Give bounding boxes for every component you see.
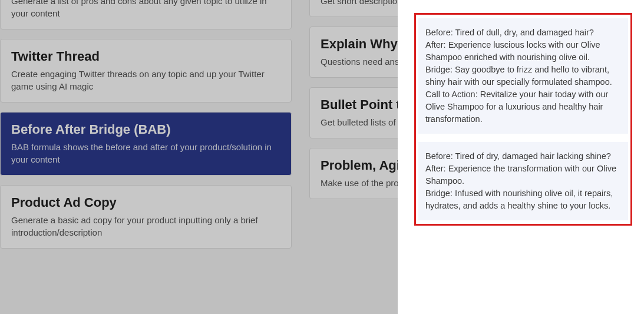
card-desc: BAB formula shows the before and after o… <box>11 141 280 166</box>
template-card-pros-cons[interactable]: Generate a list of pros and cons about a… <box>0 0 292 29</box>
results-panel: Before: Tired of dull, dry, and damaged … <box>398 0 644 314</box>
result-block[interactable]: Before: Tired of dry, damaged hair lacki… <box>418 142 628 220</box>
result-text: Before: Tired of dry, damaged hair lacki… <box>425 150 621 212</box>
card-title: Before After Bridge (BAB) <box>11 122 280 137</box>
results-highlight-box: Before: Tired of dull, dry, and damaged … <box>414 13 632 226</box>
card-desc: Generate a list of pros and cons about a… <box>11 0 280 19</box>
card-desc: Create engaging Twitter threads on any t… <box>11 68 280 92</box>
template-card-bab[interactable]: Before After Bridge (BAB) BAB formula sh… <box>0 112 292 176</box>
card-desc: Generate a basic ad copy for your produc… <box>11 214 280 239</box>
card-title: Product Ad Copy <box>11 195 280 210</box>
result-text: Before: Tired of dull, dry, and damaged … <box>425 27 621 125</box>
template-card-product-ad-copy[interactable]: Product Ad Copy Generate a basic ad copy… <box>0 185 292 249</box>
templates-column-left: Generate a list of pros and cons about a… <box>0 0 292 249</box>
card-title: Twitter Thread <box>11 49 280 64</box>
result-block[interactable]: Before: Tired of dull, dry, and damaged … <box>418 18 628 134</box>
template-card-twitter-thread[interactable]: Twitter Thread Create engaging Twitter t… <box>0 39 292 103</box>
